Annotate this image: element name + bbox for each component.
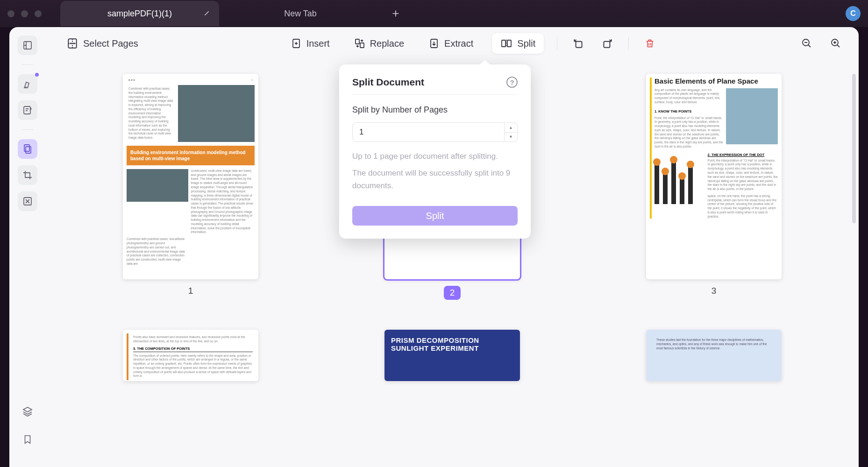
page-thumbnail[interactable]: ■ ■ ■1 Combined with practical cases, th… [123, 74, 258, 279]
zoom-in-button[interactable] [828, 35, 844, 51]
mock-paragraph: Point, the interpretation of "Ci Hai" is… [655, 116, 723, 149]
sidebar-page-edit[interactable] [18, 139, 37, 159]
avatar-letter: C [850, 9, 856, 18]
user-avatar[interactable]: C [846, 6, 861, 21]
replace-label: Replace [370, 38, 404, 49]
page-thumbnail[interactable]: Points also have dominant and recessive … [123, 330, 258, 381]
tab-label: New Tab [284, 9, 317, 19]
split-confirm-label: Split [426, 211, 444, 221]
sidebar [9, 27, 46, 467]
tab-label: samplePDF(1)(1) [107, 9, 172, 19]
titlebar: samplePDF(1)(1) New Tab C [0, 0, 868, 27]
notification-dot-icon [35, 73, 39, 77]
svg-rect-8 [360, 43, 364, 48]
sidebar-crop[interactable] [18, 165, 37, 185]
tab-new[interactable]: New Tab [221, 1, 380, 26]
delete-button[interactable] [642, 35, 658, 51]
mock-heading: Basic Elements of Plane Space [655, 78, 778, 85]
page-number: 1 [188, 286, 193, 296]
content-area: Select Pages Insert Replace Extract Spli… [46, 27, 859, 467]
sidebar-bookmark[interactable] [18, 430, 37, 449]
sidebar-thumbnails[interactable] [18, 35, 37, 55]
add-tab-button[interactable] [386, 4, 405, 23]
mock-subhead: 3. THE COMPOSITION OF POINTS [133, 347, 253, 351]
page-number: 3 [711, 286, 717, 296]
select-pages-button[interactable]: Select Pages [61, 34, 144, 53]
mock-paragraph: Point, the interpretation of "Ci Hai" is… [708, 159, 778, 191]
sidebar-separator [22, 129, 33, 130]
page-thumbnail[interactable]: PRISM DECOMPOSITION SUNLIGHT EXPERIMENT [384, 330, 520, 381]
svg-rect-11 [507, 40, 511, 47]
mock-subhead: 2. THE EXPRESSION OF THE DOT [708, 153, 778, 157]
popover-subhead: Split by Number of Pages [352, 105, 518, 115]
split-popover: Split Document ? Split by Number of Page… [339, 64, 531, 239]
insert-button[interactable]: Insert [285, 34, 335, 53]
page-number-selected: 2 [444, 286, 461, 300]
mock-paragraph: Any art contains its own language, and t… [655, 88, 723, 105]
svg-rect-3 [26, 147, 31, 153]
tab-strip: samplePDF(1)(1) New Tab [60, 0, 846, 27]
mock-image-icon [178, 85, 255, 142]
maximize-window-icon[interactable] [35, 10, 42, 17]
pencil-icon[interactable] [204, 9, 211, 18]
close-window-icon[interactable] [7, 10, 14, 17]
thumb-col: PRISM DECOMPOSITION SUNLIGHT EXPERIMENT [384, 330, 520, 381]
popover-separator [352, 94, 518, 95]
extract-label: Extract [444, 38, 473, 49]
rotate-left-button[interactable] [570, 35, 586, 51]
tab-active[interactable]: samplePDF(1)(1) [60, 1, 219, 26]
minimize-window-icon[interactable] [21, 10, 28, 17]
mock-heading: Building environment information modelin… [127, 146, 255, 165]
svg-rect-12 [576, 42, 582, 48]
extract-button[interactable]: Extract [423, 34, 479, 53]
mock-image-icon [726, 88, 778, 144]
mock-image-icon [127, 169, 188, 202]
sidebar-layers[interactable] [18, 402, 37, 421]
mock-paragraph: The composition of ordered points: here … [133, 354, 253, 379]
pages-per-split-input[interactable] [353, 123, 504, 142]
stepper-down-icon[interactable]: ▼ [505, 133, 517, 142]
mock-paragraph: Points also have dominant and recessive … [133, 335, 253, 344]
page-toolbar: Select Pages Insert Replace Extract Spli… [46, 27, 859, 60]
sidebar-redact[interactable] [18, 191, 37, 211]
pages-per-split-stepper[interactable]: ▲ ▼ [352, 122, 518, 142]
stepper-up-icon[interactable]: ▲ [505, 123, 517, 133]
sidebar-highlighter[interactable] [18, 74, 37, 94]
split-confirm-button[interactable]: Split [352, 206, 518, 226]
thumb-col: ■ ■ ■1 Combined with practical cases, th… [123, 74, 258, 300]
thumb-col: Points also have dominant and recessive … [123, 330, 258, 381]
page-thumbnail[interactable]: These studies laid the foundation for th… [646, 330, 782, 381]
app-surface: Select Pages Insert Replace Extract Spli… [9, 27, 859, 467]
svg-rect-2 [24, 145, 29, 151]
thumb-col: These studies laid the foundation for th… [646, 330, 782, 381]
sidebar-separator [22, 64, 33, 65]
sidebar-annotate[interactable] [18, 100, 37, 120]
zoom-out-button[interactable] [799, 35, 815, 51]
replace-button[interactable]: Replace [349, 34, 410, 53]
mock-paragraph: These studies laid the foundation for th… [656, 338, 771, 350]
toolbar-separator [628, 37, 629, 50]
rotate-right-button[interactable] [599, 35, 615, 51]
svg-rect-10 [502, 40, 505, 47]
popover-hint-2: The document will be successfully split … [352, 167, 518, 192]
page-thumbnail[interactable]: Basic Elements of Plane Space Any art co… [646, 74, 782, 279]
popover-hint-1: Up to 1 page per document after splittin… [352, 150, 518, 163]
popover-title: Split Document [352, 77, 424, 88]
svg-rect-7 [356, 39, 359, 44]
mock-paragraph: Combined with practical cases, the build… [128, 87, 173, 140]
mock-paragraph: constructed, multi-view image data are f… [191, 169, 255, 234]
select-pages-label: Select Pages [83, 38, 138, 49]
svg-rect-1 [24, 106, 30, 114]
svg-rect-13 [604, 42, 610, 48]
mock-paragraph: Combined with practical cases, low-altit… [127, 237, 185, 266]
mock-paragraph [190, 237, 255, 266]
help-icon[interactable]: ? [506, 77, 518, 88]
mock-subhead: 1. KNOW THE POINTS [655, 109, 723, 113]
vertical-scrollbar[interactable] [852, 74, 856, 223]
mock-dots-art [655, 153, 704, 204]
toolbar-separator [557, 37, 557, 50]
split-button[interactable]: Split [492, 33, 544, 54]
thumb-col: Basic Elements of Plane Space Any art co… [646, 74, 782, 300]
insert-label: Insert [306, 38, 330, 49]
mock-paragraph: space, on the one hand, the point has a … [708, 194, 778, 219]
